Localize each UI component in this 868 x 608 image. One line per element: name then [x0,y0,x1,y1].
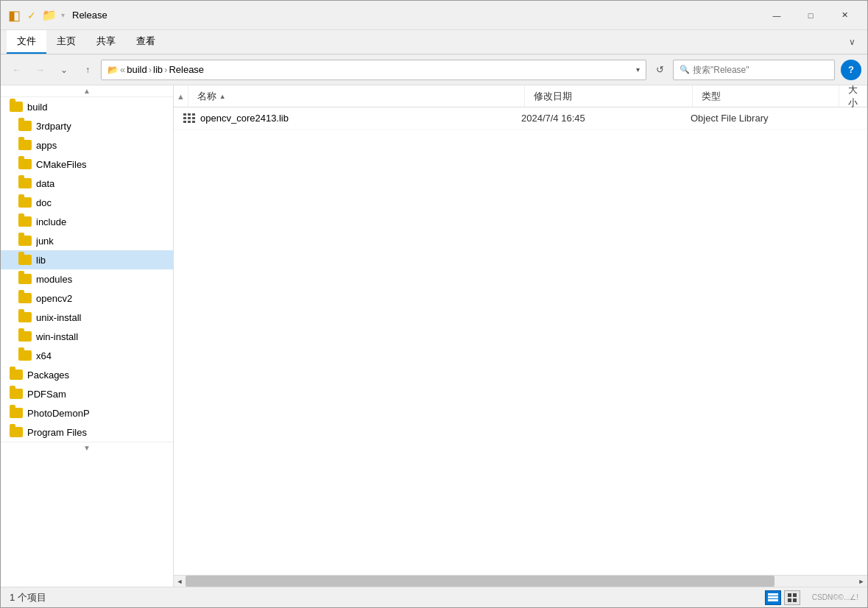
svg-rect-0 [183,113,186,116]
tab-file[interactable]: 文件 [7,30,46,54]
address-part-release[interactable]: Release [169,64,204,75]
folder-icon [18,140,32,150]
sidebar-label: opencv2 [36,293,72,304]
address-arrow-2: › [164,64,167,75]
search-bar[interactable]: 🔍 [673,60,835,80]
folder-icon [10,408,23,418]
svg-rect-10 [768,596,778,598]
sidebar-item-data[interactable]: data [1,174,173,193]
back-button[interactable]: ← [7,60,27,80]
sidebar-label: include [36,216,66,227]
sidebar-item-cmakefiles[interactable]: CMakeFiles [1,155,173,174]
main-content: ▲ build3rdpartyappsCMakeFilesdatadocincl… [1,85,867,587]
app-icon-1: ◧ [7,10,21,21]
sidebar-scroll-down[interactable]: ▼ [1,442,173,453]
view-list-button[interactable] [765,590,781,605]
col-header-name[interactable]: 名称 ▲ [188,85,525,107]
tab-view[interactable]: 查看 [126,30,166,54]
sidebar-label: win-install [36,331,78,342]
title-bar: ◧ ✓ 📁 ▾ Release — □ ✕ [1,1,867,30]
sidebar-item-packages[interactable]: Packages [1,365,173,384]
sidebar-scroll-up[interactable]: ▲ [1,85,173,97]
col-size-label: 大小 [848,85,858,110]
h-scrollbar[interactable]: ◄ ► [174,575,867,587]
status-view-icons [765,590,800,605]
h-scroll-left-button[interactable]: ◄ [174,576,186,587]
dropdown-button[interactable]: ⌄ [54,60,74,80]
tab-share[interactable]: 共享 [86,30,126,54]
column-headers: ▲ 名称 ▲ 修改日期 类型 大小 [174,85,867,107]
sidebar-item-modules[interactable]: modules [1,269,173,289]
sidebar-item-wininstall[interactable]: win-install [1,327,173,346]
col-header-size[interactable]: 大小 [839,85,867,107]
file-name-cell: opencv_core2413.lib [174,107,512,129]
close-button[interactable]: ✕ [828,4,861,27]
folder-icon [18,159,32,169]
sidebar-items-container: build3rdpartyappsCMakeFilesdatadocinclud… [1,97,173,453]
sidebar-label: PDFSam [27,389,66,400]
view-detail-button[interactable] [784,590,800,605]
refresh-button[interactable]: ↺ [649,60,670,80]
address-part-lib[interactable]: lib [153,64,163,75]
help-button[interactable]: ? [841,60,861,80]
svg-rect-12 [788,593,791,597]
address-part-build[interactable]: build [127,64,147,75]
col-date-label: 修改日期 [534,90,572,103]
title-bar-icons: ◧ ✓ 📁 ▾ [7,10,66,21]
sidebar-label: modules [36,274,72,285]
tab-home[interactable]: 主页 [46,30,86,54]
col-scroll-up[interactable]: ▲ [174,85,188,107]
svg-rect-11 [768,599,778,601]
address-sep-0: « [120,64,125,75]
up-button[interactable]: ↑ [77,60,98,80]
sidebar-item-unixinstall[interactable]: unix-install [1,308,173,327]
detail-view-icon [788,593,797,602]
search-icon: 🔍 [680,65,690,74]
folder-icon [18,197,32,208]
svg-rect-5 [192,117,195,119]
folder-icon [18,121,32,131]
window-title: Release [72,10,760,21]
address-bar[interactable]: 📂 « build › lib › Release ▾ [101,60,646,80]
sidebar-item-3rdparty[interactable]: 3rdparty [1,116,173,135]
search-input[interactable] [693,65,828,75]
list-view-icon [768,593,778,602]
address-dropdown-icon[interactable]: ▾ [636,66,640,74]
app-icon-folder: 📁 [42,10,57,21]
sidebar-item-junk[interactable]: junk [1,231,173,250]
sidebar-item-programfiles[interactable]: Program Files [1,423,173,442]
sidebar-item-apps[interactable]: apps [1,135,173,155]
file-size-cell [829,107,867,129]
svg-rect-14 [788,598,791,602]
sidebar-item-lib[interactable]: lib [1,250,173,269]
maximize-button[interactable]: □ [794,4,828,27]
svg-rect-3 [183,117,186,119]
sidebar-label: junk [36,236,54,247]
sidebar-item-photodemonp[interactable]: PhotoDemonP [1,403,173,423]
h-scroll-thumb[interactable] [186,576,775,587]
ribbon-chevron[interactable]: ∨ [849,30,861,54]
forward-button[interactable]: → [30,60,51,80]
sidebar-label: unix-install [36,312,81,323]
folder-icon [18,236,32,246]
sidebar-item-build[interactable]: build [1,97,173,116]
watermark: CSDN©©...∠! [812,593,858,601]
file-list: opencv_core2413.lib2024/7/4 16:45Object … [174,107,867,575]
h-scroll-track[interactable] [186,576,855,587]
col-header-type[interactable]: 类型 [693,85,839,107]
sidebar-item-x64[interactable]: x64 [1,346,173,365]
sidebar-item-doc[interactable]: doc [1,193,173,212]
sidebar-item-pdfsam[interactable]: PDFSam [1,384,173,403]
col-header-date[interactable]: 修改日期 [525,85,694,107]
file-rows-container: opencv_core2413.lib2024/7/4 16:45Object … [174,107,867,130]
folder-icon [18,331,32,342]
folder-icon [18,274,32,284]
sidebar-item-opencv2[interactable]: opencv2 [1,289,173,308]
minimize-button[interactable]: — [760,4,794,27]
h-scroll-right-button[interactable]: ► [855,576,867,587]
table-row[interactable]: opencv_core2413.lib2024/7/4 16:45Object … [174,107,867,130]
sidebar-item-include[interactable]: include [1,212,173,231]
sidebar: ▲ build3rdpartyappsCMakeFilesdatadocincl… [1,85,174,587]
sidebar-label: CMakeFiles [36,159,87,170]
folder-icon [18,350,32,361]
